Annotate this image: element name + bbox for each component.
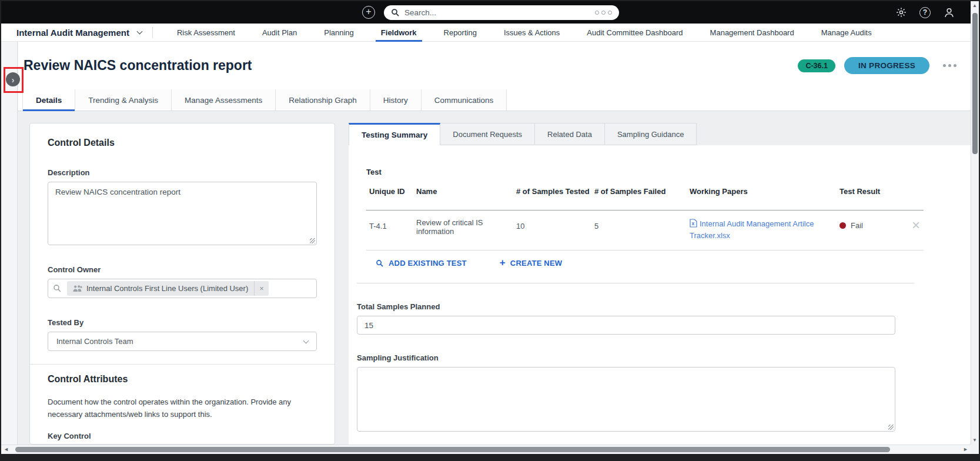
scroll-up-icon[interactable]: ▲: [972, 3, 977, 8]
control-attributes-help: Document how the control operates within…: [48, 396, 311, 421]
annotation-highlight: [4, 67, 24, 93]
col-working-papers: Working Papers: [690, 187, 839, 196]
page-title: Review NAICS concentration report: [24, 58, 798, 74]
nav-item-management-dashboard[interactable]: Management Dashboard: [697, 24, 808, 42]
more-options-icon[interactable]: [943, 64, 956, 67]
nav-item-audit-plan[interactable]: Audit Plan: [249, 24, 310, 42]
vertical-scrollbar-thumb[interactable]: [972, 13, 978, 154]
nav-item-planning[interactable]: Planning: [310, 24, 367, 42]
panel-divider: [357, 283, 914, 283]
search-options-icon[interactable]: [595, 11, 612, 15]
total-samples-input[interactable]: [357, 316, 895, 335]
subtab-document-requests[interactable]: Document Requests: [440, 123, 535, 145]
cell-samples-tested: 10: [516, 218, 594, 230]
app-window: + ? Internal Audit Man: [0, 0, 980, 461]
search-icon: [376, 259, 384, 268]
subtab-related-data[interactable]: Related Data: [535, 123, 605, 145]
tab-details[interactable]: Details: [22, 89, 75, 111]
scroll-right-icon[interactable]: ►: [963, 446, 968, 452]
test-table-header: Unique ID Name # of Samples Tested # of …: [366, 182, 924, 211]
subtab-testing-summary[interactable]: Testing Summary: [349, 123, 440, 145]
add-icon[interactable]: +: [362, 6, 375, 19]
sampling-justification-textarea[interactable]: [357, 367, 895, 432]
nav-item-risk-assessment[interactable]: Risk Assessment: [163, 24, 249, 42]
control-owner-label: Control Owner: [48, 265, 317, 274]
tab-relationship-graph[interactable]: Relationship Graph: [276, 89, 370, 111]
topbar: + ?: [1, 1, 971, 24]
nav-item-issues-actions[interactable]: Issues & Actions: [490, 24, 573, 42]
cell-working-papers: xInternal Audit Management Artilce Track…: [690, 218, 839, 242]
resize-handle-icon[interactable]: [888, 425, 894, 430]
gear-icon[interactable]: [895, 6, 907, 18]
user-icon[interactable]: [943, 6, 955, 19]
test-result: Fail: [839, 218, 897, 230]
key-control-label: Key Control: [48, 432, 317, 440]
cell-unique-id: T-4.1: [366, 218, 416, 230]
page-header: Review NAICS concentration report C-36.1…: [18, 42, 971, 89]
col-name: Name: [416, 187, 516, 196]
working-paper-link[interactable]: xInternal Audit Management Artilce Track…: [690, 219, 814, 240]
control-attributes-heading: Control Attributes: [48, 374, 317, 385]
testing-summary-panel: Test Unique ID Name # of Samples Tested …: [349, 145, 971, 445]
page-tabs: Details Trending & Analysis Manage Asses…: [18, 89, 971, 111]
create-new-button[interactable]: + CREATE NEW: [500, 259, 563, 268]
add-existing-test-button[interactable]: ADD EXISTING TEST: [376, 259, 467, 268]
search-icon: [391, 8, 400, 17]
tested-by-select[interactable]: Internal Controls Team: [48, 332, 317, 351]
col-test-result: Test Result: [839, 187, 897, 196]
test-table-label: Test: [366, 168, 971, 176]
table-row: T-4.1 Review of critical IS information …: [366, 211, 924, 250]
col-unique-id: Unique ID: [366, 187, 416, 196]
vertical-scrollbar[interactable]: ▲ ▼: [971, 1, 979, 445]
nav-item-reporting[interactable]: Reporting: [430, 24, 490, 42]
owner-chip: Internal Controls First Line Users (Limi…: [67, 281, 269, 296]
tab-communications[interactable]: Communications: [422, 89, 507, 111]
control-details-card: Control Details Description Review NAICS…: [29, 123, 335, 445]
nav-item-fieldwork[interactable]: Fieldwork: [367, 24, 430, 42]
resize-handle-icon[interactable]: [310, 238, 315, 243]
nav-item-manage-audits[interactable]: Manage Audits: [808, 24, 885, 42]
svg-text:x: x: [691, 221, 694, 226]
subtab-sampling-guidance[interactable]: Sampling Guidance: [605, 123, 697, 145]
search-input[interactable]: [404, 8, 590, 17]
tested-by-value: Internal Controls Team: [56, 337, 133, 346]
horizontal-scrollbar-thumb[interactable]: [15, 447, 890, 452]
global-search[interactable]: [384, 5, 619, 20]
collapsed-sidebar-rail: [1, 42, 18, 445]
tab-history[interactable]: History: [370, 89, 422, 111]
tested-by-label: Tested By: [48, 318, 317, 327]
group-icon: [73, 285, 82, 292]
col-samples-tested: # of Samples Tested: [516, 187, 594, 196]
sampling-justification-label: Sampling Justification: [357, 353, 895, 362]
plus-icon: +: [500, 258, 506, 268]
help-icon[interactable]: ?: [919, 7, 931, 18]
owner-chip-label: Internal Controls First Line Users (Limi…: [86, 284, 248, 293]
description-textarea[interactable]: Review NAICS concentration report: [48, 182, 317, 245]
scroll-down-icon[interactable]: ▼: [972, 437, 977, 443]
control-id-badge: C-36.1: [798, 59, 835, 72]
app-name: Internal Audit Management: [16, 28, 129, 38]
status-badge[interactable]: IN PROGRESS: [844, 57, 929, 74]
test-result-label: Fail: [851, 221, 863, 230]
section-divider: [30, 364, 335, 365]
tab-manage-assessments[interactable]: Manage Assessments: [172, 89, 276, 111]
scrollbar-corner: [971, 445, 979, 454]
control-owner-field[interactable]: Internal Controls First Line Users (Limi…: [48, 279, 317, 298]
nav-item-audit-committee-dashboard[interactable]: Audit Committee Dashboard: [573, 24, 696, 42]
col-samples-failed: # of Samples Failed: [594, 187, 690, 196]
horizontal-scrollbar[interactable]: ◄ ►: [1, 445, 971, 454]
remove-owner-icon[interactable]: ×: [254, 281, 269, 296]
scroll-left-icon[interactable]: ◄: [4, 446, 9, 452]
remove-test-icon[interactable]: ×: [912, 218, 920, 232]
excel-file-icon: x: [690, 219, 697, 228]
app-nav: Internal Audit Management Risk Assessmen…: [1, 24, 971, 42]
app-switcher[interactable]: Internal Audit Management: [16, 28, 142, 38]
testing-subtabs: Testing Summary Document Requests Relate…: [349, 123, 971, 145]
chevron-down-icon: [303, 338, 309, 343]
total-samples-label: Total Samples Planned: [357, 302, 895, 311]
cell-samples-failed: 5: [594, 218, 690, 230]
description-label: Description: [48, 168, 317, 177]
nav-divider: [152, 27, 153, 38]
fail-dot-icon: [839, 222, 846, 229]
tab-trending-analysis[interactable]: Trending & Analysis: [75, 89, 172, 111]
